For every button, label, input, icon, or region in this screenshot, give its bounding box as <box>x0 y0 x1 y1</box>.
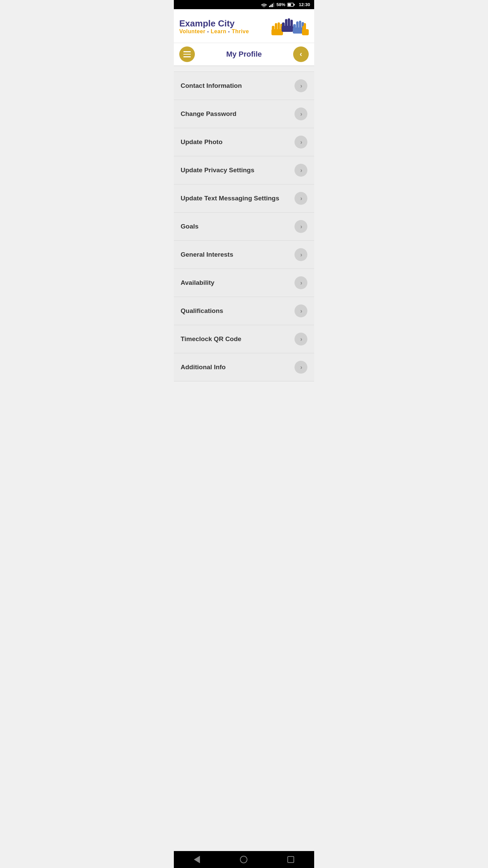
menu-item-goals[interactable]: Goals› <box>174 213 314 241</box>
menu-item-timeclock-qr-code[interactable]: Timeclock QR Code› <box>174 325 314 353</box>
chevron-circle-timeclock-qr-code: › <box>294 333 307 346</box>
menu-item-update-text-messaging-settings[interactable]: Update Text Messaging Settings› <box>174 184 314 213</box>
hands-illustration <box>268 14 309 39</box>
battery-icon <box>287 3 295 7</box>
svg-rect-1 <box>270 5 271 7</box>
menu-item-label-update-photo: Update Photo <box>181 138 223 146</box>
app-header: Example City Volunteer - Learn - Thrive <box>174 9 314 43</box>
svg-rect-24 <box>302 29 309 35</box>
svg-rect-2 <box>272 4 273 7</box>
app-title: Example City <box>179 19 249 28</box>
tagline-learn: Learn <box>211 28 226 34</box>
chevron-right-icon-general-interests: › <box>300 252 302 258</box>
svg-rect-3 <box>273 3 274 7</box>
chevron-right-icon-goals: › <box>300 223 302 230</box>
menu-item-update-photo[interactable]: Update Photo› <box>174 128 314 156</box>
chevron-circle-qualifications: › <box>294 304 307 317</box>
menu-item-availability[interactable]: Availability› <box>174 269 314 297</box>
chevron-right-icon-availability: › <box>300 280 302 286</box>
menu-item-label-update-text-messaging-settings: Update Text Messaging Settings <box>181 195 279 202</box>
home-nav-button[interactable] <box>240 856 247 863</box>
chevron-right-icon-timeclock-qr-code: › <box>300 336 302 342</box>
home-circle-icon <box>240 856 247 863</box>
recents-square-icon <box>287 856 294 863</box>
menu-item-general-interests[interactable]: General Interests› <box>174 241 314 269</box>
menu-button[interactable] <box>179 46 195 62</box>
menu-item-label-update-privacy-settings: Update Privacy Settings <box>181 166 255 174</box>
menu-item-label-goals: Goals <box>181 223 199 230</box>
chevron-circle-update-text-messaging-settings: › <box>294 192 307 205</box>
back-nav-button[interactable] <box>194 856 200 863</box>
back-button[interactable]: ‹ <box>293 46 309 62</box>
chevron-right-icon-update-privacy-settings: › <box>300 167 302 173</box>
svg-rect-11 <box>271 29 283 35</box>
chevron-right-icon-update-photo: › <box>300 139 302 145</box>
app-tagline: Volunteer - Learn - Thrive <box>179 28 249 35</box>
app-branding: Example City Volunteer - Learn - Thrive <box>179 19 249 35</box>
menu-item-label-additional-info: Additional Info <box>181 363 226 371</box>
chevron-right-icon-contact-information: › <box>300 83 302 89</box>
menu-list: Contact Information›Change Password›Upda… <box>174 66 314 851</box>
menu-item-label-qualifications: Qualifications <box>181 307 223 315</box>
svg-rect-0 <box>269 6 270 7</box>
chevron-right-icon-qualifications: › <box>300 308 302 314</box>
menu-item-label-contact-information: Contact Information <box>181 82 242 90</box>
menu-icon <box>183 51 191 57</box>
chevron-circle-general-interests: › <box>294 248 307 261</box>
page-title: My Profile <box>195 50 293 59</box>
recents-nav-button[interactable] <box>287 856 294 863</box>
back-chevron-icon: ‹ <box>300 51 302 58</box>
tagline-dash2: - <box>226 28 232 34</box>
chevron-circle-change-password: › <box>294 107 307 120</box>
tagline-thrive: Thrive <box>232 28 249 34</box>
chevron-circle-contact-information: › <box>294 79 307 92</box>
svg-rect-5 <box>288 3 291 6</box>
menu-item-additional-info[interactable]: Additional Info› <box>174 353 314 381</box>
time-display: 12:30 <box>299 2 310 7</box>
status-bar: 58% 12:30 <box>174 0 314 9</box>
android-nav-bar <box>174 851 314 868</box>
back-triangle-icon <box>194 856 200 863</box>
chevron-circle-availability: › <box>294 276 307 289</box>
chevron-circle-goals: › <box>294 220 307 233</box>
menu-item-label-general-interests: General Interests <box>181 251 233 258</box>
menu-item-label-change-password: Change Password <box>181 110 237 118</box>
svg-rect-6 <box>294 4 295 5</box>
chevron-right-icon-update-text-messaging-settings: › <box>300 195 302 201</box>
wifi-icon <box>261 2 267 7</box>
chevron-circle-update-privacy-settings: › <box>294 164 307 177</box>
menu-item-label-timeclock-qr-code: Timeclock QR Code <box>181 335 241 343</box>
menu-item-qualifications[interactable]: Qualifications› <box>174 297 314 325</box>
battery-percentage: 58% <box>277 2 285 7</box>
menu-item-change-password[interactable]: Change Password› <box>174 100 314 128</box>
menu-item-contact-information[interactable]: Contact Information› <box>174 72 314 100</box>
chevron-circle-update-photo: › <box>294 136 307 149</box>
chevron-right-icon-additional-info: › <box>300 364 302 370</box>
signal-icon <box>269 2 274 7</box>
status-icons: 58% <box>261 2 295 7</box>
menu-item-label-availability: Availability <box>181 279 215 287</box>
chevron-right-icon-change-password: › <box>300 111 302 117</box>
tagline-dash1: - <box>205 28 211 34</box>
menu-item-update-privacy-settings[interactable]: Update Privacy Settings› <box>174 156 314 184</box>
tagline-volunteer: Volunteer <box>179 28 205 34</box>
chevron-circle-additional-info: › <box>294 361 307 374</box>
nav-bar: My Profile ‹ <box>174 43 314 66</box>
svg-rect-16 <box>282 26 293 32</box>
